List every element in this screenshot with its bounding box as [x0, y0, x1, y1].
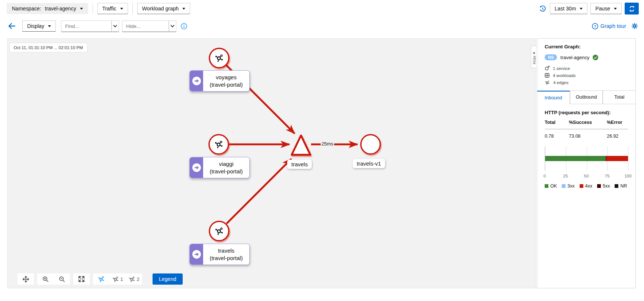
find-options-chevron-icon[interactable]: [112, 20, 119, 32]
namespace-badge: NS: [545, 54, 557, 60]
sync-icon: [629, 6, 635, 12]
service-icon: [545, 66, 550, 71]
duration-label: Last 30m: [555, 6, 576, 12]
traffic-label: Traffic: [102, 6, 116, 12]
pan-button[interactable]: [17, 273, 34, 285]
node-label-voyages[interactable]: voyages (travel-portal): [189, 70, 250, 92]
arrow-right-icon: [192, 77, 201, 85]
layout-icon: [97, 275, 105, 283]
workload-icon: [545, 73, 550, 78]
display-label: Display: [27, 23, 44, 29]
refresh-interval-dropdown[interactable]: Pause: [590, 3, 622, 14]
panel-title: Current Graph:: [537, 44, 635, 49]
graph-type-label: Workload graph: [142, 6, 179, 12]
traffic-distribution-chart: 0255075100 OK3xx4xx5xxNR: [537, 146, 635, 189]
node-namespace: (travel-portal): [209, 81, 243, 89]
layout-2-button[interactable]: 2: [126, 273, 142, 285]
legend-button[interactable]: Legend: [153, 273, 183, 285]
node-viaggi[interactable]: [209, 135, 228, 154]
workload-badge: [190, 244, 203, 265]
stacked-bar: [545, 156, 628, 161]
refresh-button[interactable]: [625, 3, 639, 15]
val-error: 26.92: [607, 134, 628, 139]
graph-stats: 1 service 4 workloads 4 edges: [537, 66, 635, 85]
stat-label: 4 edges: [553, 80, 568, 85]
hide-options-chevron-icon[interactable]: [169, 20, 176, 32]
fit-to-screen-button[interactable]: [73, 273, 90, 285]
workload-badge: [190, 71, 203, 91]
node-namespace: (travel-portal): [209, 168, 243, 175]
chart-axis: 0255075100: [545, 174, 628, 180]
find-input[interactable]: [61, 20, 112, 32]
question-circle-icon: ?: [592, 23, 598, 29]
namespace-dropdown[interactable]: Namespace: travel-agency: [7, 3, 88, 14]
stat-workloads: 4 workloads: [545, 73, 628, 78]
graph-settings-icon[interactable]: [631, 23, 638, 29]
info-icon[interactable]: [181, 23, 187, 29]
node-travels-workload[interactable]: [209, 221, 229, 241]
layout-2-label: 2: [137, 276, 139, 282]
hide-panel-tab[interactable]: » Hide: [531, 46, 537, 68]
hide-tab-label: Hide: [532, 55, 536, 64]
tab-total[interactable]: Total: [603, 91, 635, 104]
tab-outbound[interactable]: Outbound: [570, 91, 603, 104]
display-dropdown[interactable]: Display: [22, 20, 56, 32]
chevron-down-icon: [182, 8, 185, 10]
duration-dropdown[interactable]: Last 30m: [550, 3, 588, 14]
node-label-travels-v1[interactable]: travels-v1: [353, 159, 385, 168]
history-icon[interactable]: [539, 5, 546, 12]
node-namespace: (travel-portal): [209, 254, 243, 262]
hide-input[interactable]: [122, 20, 169, 32]
tab-inbound[interactable]: Inbound: [537, 91, 570, 104]
graph-canvas[interactable]: Oct 11, 01:31:10 PM ... 02:01:10 PM: [7, 38, 536, 288]
zoom-out-button[interactable]: [54, 273, 70, 285]
edge-response-time-label: 25ms: [321, 141, 334, 147]
edge-icon: [545, 80, 550, 85]
node-voyages[interactable]: [209, 48, 229, 68]
node-label-travels-service[interactable]: travels: [287, 160, 312, 169]
namespace-label: Namespace:: [12, 6, 41, 12]
divider: [132, 3, 133, 14]
traffic-graph[interactable]: [7, 39, 536, 289]
stat-services: 1 service: [545, 66, 628, 71]
node-name: travels: [218, 247, 234, 254]
stat-label: 4 workloads: [553, 73, 576, 78]
col-total: Total: [545, 120, 569, 125]
val-success: 73.08: [569, 134, 607, 139]
node-travels-v1[interactable]: [361, 135, 380, 154]
graph-controls: 1 2 Legend: [17, 273, 183, 285]
val-total: 0.78: [545, 134, 569, 139]
node-label-travels-workload[interactable]: travels (travel-portal): [189, 244, 250, 265]
primary-toolbar: Namespace: travel-agency Traffic Workloa…: [0, 0, 644, 17]
layout-1-label: 1: [120, 276, 123, 282]
col-success: %Success: [569, 120, 607, 125]
traffic-dropdown[interactable]: Traffic: [97, 3, 128, 14]
http-rate-title: HTTP (requests per second):: [537, 110, 635, 115]
graph-tour-link[interactable]: ? Graph tour: [592, 23, 626, 29]
node-travels-service[interactable]: [292, 135, 310, 155]
layout-1-button[interactable]: 1: [109, 273, 126, 285]
layout-default-button[interactable]: [93, 273, 109, 285]
validation-check-icon: [593, 55, 598, 60]
arrow-right-icon: [192, 250, 201, 259]
arrow-right-icon: [192, 163, 201, 172]
divider: [93, 3, 93, 14]
layout-icon: [128, 276, 135, 283]
svg-text:?: ?: [594, 24, 596, 28]
double-chevron-icon: »: [533, 50, 535, 55]
node-label-viaggi[interactable]: viaggi (travel-portal): [189, 157, 250, 178]
chevron-down-icon: [48, 25, 51, 27]
summary-panel: Current Graph: NS travel-agency 1 servic…: [537, 38, 636, 288]
layout-icon: [112, 276, 119, 283]
namespace-value: travel-agency: [45, 6, 76, 12]
col-error: %Error: [607, 120, 628, 125]
graph-tour-label: Graph tour: [600, 23, 626, 29]
graph-type-dropdown[interactable]: Workload graph: [137, 3, 190, 14]
chart-legend: OK3xx4xx5xxNR: [545, 183, 628, 189]
graph-toolbar: Display ? Graph tour: [0, 17, 644, 35]
back-arrow-icon[interactable]: [8, 23, 16, 29]
zoom-in-button[interactable]: [37, 273, 54, 285]
traffic-tabs: Inbound Outbound Total: [537, 91, 635, 104]
chevron-down-icon: [80, 8, 83, 10]
workload-badge: [190, 157, 203, 178]
